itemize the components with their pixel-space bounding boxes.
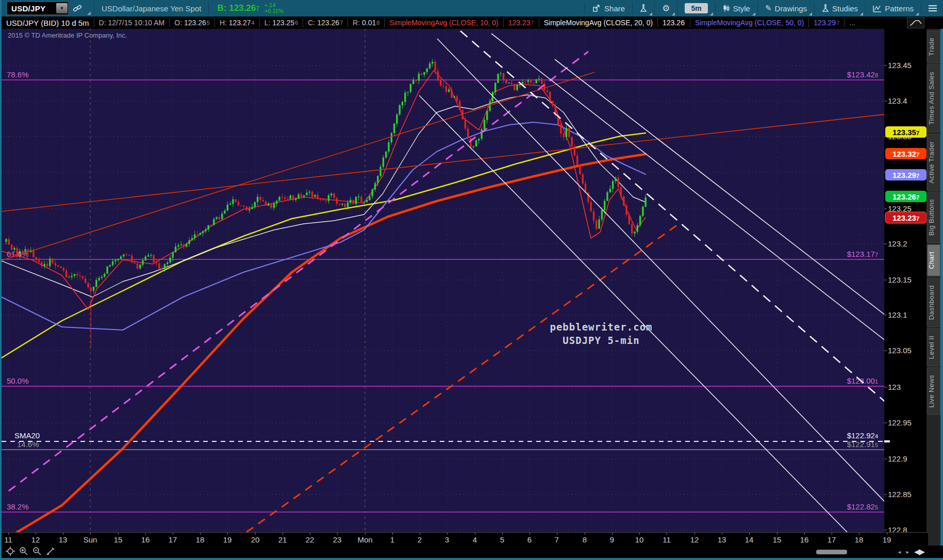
time-tick [887,533,887,535]
sidebar-tab-live-news[interactable]: Live News [927,368,940,415]
time-tick [722,533,722,535]
time-tick [310,533,310,535]
patterns-button[interactable]: Patterns [867,0,920,17]
timeframe-button[interactable]: 5m [679,0,714,17]
time-label: 9 [610,535,614,544]
style-button[interactable]: Style [717,0,756,17]
price-bubble-value: 123.357 [892,128,919,137]
time-tick [337,533,338,535]
time-label: 13 [59,535,68,544]
time-tick [63,533,63,535]
time-label: 19 [883,535,891,544]
fib-price-label: $123.001 [847,376,878,385]
time-label: 13 [718,535,726,544]
bar-datetime: D: 12/7/15 10:10 AM [94,18,170,27]
pencil-icon: ✎ [765,4,772,13]
sidebar-tab-big-buttons[interactable]: Big Buttons [927,192,940,243]
time-tick [145,533,146,535]
share-icon [592,5,601,12]
more-studies-ellipsis[interactable]: ... [845,18,860,27]
zoom-out-tool-icon[interactable] [32,547,42,558]
menu-button[interactable] [922,0,943,17]
share-button[interactable]: Share [586,0,631,17]
symbol-dropdown-arrow-icon[interactable]: ▼ [56,3,68,13]
candlestick-style-icon [723,4,730,12]
time-label: 5 [500,535,504,544]
drawings-button[interactable]: ✎ Drawings [759,0,813,17]
chart-data-header: USD/JPY (BID) 10 d 5m D: 12/7/15 10:10 A… [2,17,943,29]
sma10-study-value: 123.237 [504,18,539,27]
price-bubble-value: 123.237 [892,213,919,222]
time-tick [200,533,201,535]
fib-label: 78.6% [7,70,29,79]
settings-gear-button[interactable]: ⚙ [656,0,676,17]
time-label: 11 [4,535,12,544]
price-tick-label: 123.4 [888,96,907,105]
price-tick-label: 123.45 [888,61,912,70]
time-label: 15 [773,535,782,544]
time-axis[interactable]: 111213Sun151617181920212223Mon1234567891… [2,532,928,546]
jump-to-latest-icon[interactable]: ◀▶ [914,547,924,556]
zoom-in-tool-icon[interactable] [19,547,28,558]
time-label: 6 [527,535,532,544]
time-label: 3 [445,535,449,544]
sma10-study-label[interactable]: SimpleMovingAvg (CLOSE, 10, 0) [385,18,503,27]
horizontal-scrollbar-thumb[interactable] [816,550,847,554]
range-value: R: 0.018 [348,18,385,27]
price-tick-label: 123.25 [888,204,912,213]
time-label: Mon [357,535,372,544]
time-label: 16 [800,535,809,544]
trading-app-window: USD/JPY ▼ USDollar/Japanese Yen Spot B: … [0,0,943,560]
sidebar-tab-dashboard[interactable]: Dashboard [927,278,940,327]
analyze-flask-button[interactable] [634,0,653,17]
time-tick [777,533,777,535]
toolbar-right-group: Share ⚙ 5m Style ✎ Drawings [584,0,943,17]
bottom-toolbar: ◂ ▸ ◀▶ [2,546,943,558]
symbol-selector[interactable]: USD/JPY ▼ [7,2,69,15]
drawing-brush-tool-icon[interactable] [46,547,55,558]
scroll-right-icon[interactable]: ▸ [906,549,909,555]
price-chart-canvas[interactable]: 2015 © TD Ameritrade IP Company, Inc.78.… [2,29,943,532]
time-tick [447,533,448,535]
time-tick [227,533,228,535]
sidebar-tab-chart[interactable]: Chart [927,244,940,276]
studies-flask-icon [822,4,829,12]
time-tick [694,533,695,535]
time-label: 18 [855,535,864,544]
time-tick [36,533,36,535]
crosshair-tool-icon[interactable] [6,547,15,558]
time-tick [8,533,9,535]
sidebar-tab-active-trader[interactable]: Active Trader [927,134,940,191]
sma20-study-label[interactable]: SimpleMovingAvg (CLOSE, 20, 0) [539,18,658,27]
sidebar-tab-level-ii[interactable]: Level II [927,328,940,366]
price-change: +.14 +0.11% [264,3,284,14]
close-value: C: 123.267 [303,18,348,27]
time-tick [530,533,530,535]
time-tick [475,533,475,535]
chart-type-icon[interactable] [907,17,924,28]
time-label: 20 [251,535,260,544]
price-bubble-value: 123.267 [892,192,919,201]
time-label: 21 [278,535,287,544]
sidebar-tab-trade[interactable]: Trade [927,30,940,63]
price-tick-label: 123.05 [888,346,912,355]
scroll-left-icon[interactable]: ◂ [898,549,901,555]
price-axis[interactable]: 123.45123.4123.35123.3123.25123.2123.151… [884,29,928,532]
sidebar-tab-times-and-sales[interactable]: Times And Sales [927,64,940,132]
time-tick [392,533,393,535]
price-bubble-value: 123.327 [892,150,919,158]
patterns-icon [873,5,882,12]
right-gadget-sidebar: TradeTimes And SalesActive TraderBig But… [927,29,943,560]
time-label: 18 [196,535,205,544]
time-tick [639,533,640,535]
studies-button[interactable]: Studies [816,0,864,17]
sma20-axis-tick [884,440,890,442]
link-icon[interactable] [73,4,82,13]
time-label: 22 [306,535,315,544]
sma50-study-label[interactable]: SimpleMovingAvg (CLOSE, 50, 0) [690,18,809,27]
time-label: 11 [663,535,671,544]
price-bubble-value: 123.297 [892,171,919,179]
high-value: H: 123.274 [215,18,260,27]
time-label: 17 [169,535,177,544]
time-label: Sun [84,535,97,544]
